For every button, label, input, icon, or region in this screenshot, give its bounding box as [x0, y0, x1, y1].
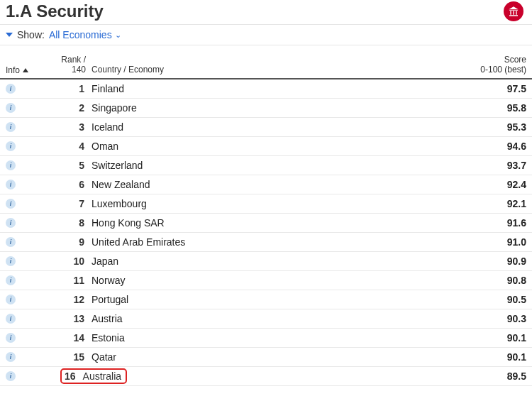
- col-rank-line1: Rank /: [45, 55, 86, 65]
- page-title: 1.A Security: [6, 1, 104, 21]
- cell-rank: 7: [45, 198, 86, 209]
- table-row: i7Luxembourg92.1: [0, 194, 532, 214]
- cell-rank: 8: [45, 217, 86, 229]
- col-info[interactable]: Info: [6, 65, 45, 75]
- table-row: i2Singapore95.8: [0, 99, 532, 118]
- cell-country[interactable]: United Arab Emirates: [86, 236, 462, 248]
- cell-country[interactable]: Luxembourg: [86, 198, 462, 209]
- info-icon[interactable]: i: [6, 352, 16, 362]
- cell-score: 94.6: [462, 141, 526, 152]
- cell-country[interactable]: Norway: [86, 275, 462, 286]
- filter-value-text: All Economies: [49, 29, 112, 40]
- filter-show-label: Show:: [17, 29, 45, 40]
- cell-rank: 14: [45, 332, 86, 344]
- highlight-box: 16Australia: [60, 368, 127, 384]
- cell-rank: 13: [45, 313, 86, 324]
- pillar-icon: [504, 1, 523, 21]
- cell-rank: 6: [45, 179, 86, 190]
- cell-score: 92.1: [462, 198, 526, 209]
- info-icon[interactable]: i: [6, 371, 16, 381]
- table-row: i16Australia89.5: [0, 367, 532, 386]
- info-icon[interactable]: i: [6, 237, 16, 247]
- table-row: i11Norway90.8: [0, 271, 532, 290]
- cell-country[interactable]: Estonia: [86, 332, 462, 344]
- cell-rank: 4: [45, 141, 86, 152]
- cell-score: 95.3: [462, 121, 526, 133]
- cell-score: 90.9: [462, 256, 526, 267]
- cell-country[interactable]: Austria: [86, 313, 462, 324]
- cell-rank: 12: [45, 294, 86, 305]
- info-icon[interactable]: i: [6, 180, 16, 189]
- table-row: i8Hong Kong SAR91.6: [0, 214, 532, 233]
- col-score-line1: Score: [462, 55, 526, 65]
- cell-score: 90.1: [462, 332, 526, 344]
- filter-collapse-icon[interactable]: [6, 33, 13, 37]
- table-row: i15Qatar90.1: [0, 348, 532, 367]
- info-icon[interactable]: i: [6, 122, 16, 132]
- info-icon[interactable]: i: [6, 275, 16, 285]
- table-row: i9United Arab Emirates91.0: [0, 233, 532, 252]
- filter-bar: Show: All Economies ⌄: [0, 24, 532, 45]
- cell-country: 16Australia: [86, 368, 462, 384]
- cell-score: 91.6: [462, 217, 526, 229]
- col-country[interactable]: Country / Economy: [86, 65, 462, 75]
- table-row: i12Portugal90.5: [0, 290, 532, 309]
- cell-country[interactable]: Hong Kong SAR: [86, 217, 462, 229]
- table-row: i10Japan90.9: [0, 252, 532, 271]
- cell-score: 91.0: [462, 236, 526, 248]
- info-icon[interactable]: i: [6, 103, 16, 113]
- cell-rank: 2: [45, 102, 86, 114]
- table-row: i14Estonia90.1: [0, 329, 532, 348]
- info-icon[interactable]: i: [6, 256, 16, 266]
- col-country-label: Country / Economy: [92, 65, 164, 75]
- col-rank-line2: 140: [45, 65, 86, 75]
- filter-dropdown[interactable]: All Economies ⌄: [49, 29, 121, 40]
- cell-rank: 15: [45, 351, 86, 363]
- cell-score: 97.5: [462, 83, 526, 94]
- cell-score: 90.1: [462, 351, 526, 363]
- col-score[interactable]: Score 0-100 (best): [462, 55, 526, 75]
- cell-score: 90.3: [462, 313, 526, 324]
- cell-country[interactable]: Qatar: [86, 351, 462, 363]
- sort-asc-icon: [23, 68, 28, 72]
- cell-score: 89.5: [462, 370, 526, 382]
- info-icon[interactable]: i: [6, 160, 16, 170]
- cell-score: 90.5: [462, 294, 526, 305]
- cell-country[interactable]: Switzerland: [86, 160, 462, 171]
- cell-country[interactable]: Singapore: [86, 102, 462, 114]
- cell-country[interactable]: Finland: [86, 83, 462, 94]
- info-icon[interactable]: i: [6, 218, 16, 228]
- table-row: i1Finland97.5: [0, 79, 532, 99]
- info-icon[interactable]: i: [6, 199, 16, 209]
- table-row: i13Austria90.3: [0, 309, 532, 329]
- table-header: Info Rank / 140 Country / Economy Score …: [0, 45, 532, 79]
- cell-country[interactable]: Iceland: [86, 121, 462, 133]
- cell-country[interactable]: Japan: [86, 256, 462, 267]
- info-icon[interactable]: i: [6, 314, 16, 324]
- cell-rank: 1: [45, 83, 86, 94]
- table-row: i6New Zealand92.4: [0, 175, 532, 194]
- cell-score: 93.7: [462, 160, 526, 171]
- col-info-label: Info: [6, 65, 20, 75]
- table-row: i3Iceland95.3: [0, 118, 532, 137]
- cell-rank: 11: [45, 275, 86, 286]
- cell-rank: 3: [45, 121, 86, 133]
- cell-country[interactable]: Oman: [86, 141, 462, 152]
- info-icon[interactable]: i: [6, 141, 16, 151]
- cell-score: 95.8: [462, 102, 526, 114]
- cell-rank: 10: [45, 256, 86, 267]
- page-header: 1.A Security: [0, 0, 532, 24]
- info-icon[interactable]: i: [6, 295, 16, 304]
- info-icon[interactable]: i: [6, 333, 16, 343]
- info-icon[interactable]: i: [6, 84, 16, 94]
- cell-country[interactable]: New Zealand: [86, 179, 462, 190]
- chevron-down-icon: ⌄: [115, 31, 121, 40]
- table-row: i5Switzerland93.7: [0, 156, 532, 175]
- col-score-line2: 0-100 (best): [462, 65, 526, 75]
- cell-rank: 9: [45, 236, 86, 248]
- col-rank[interactable]: Rank / 140: [45, 55, 86, 75]
- institution-icon: [508, 6, 519, 17]
- table-row: i4Oman94.6: [0, 137, 532, 156]
- cell-country[interactable]: Portugal: [86, 294, 462, 305]
- table-body: i1Finland97.5i2Singapore95.8i3Iceland95.…: [0, 79, 532, 386]
